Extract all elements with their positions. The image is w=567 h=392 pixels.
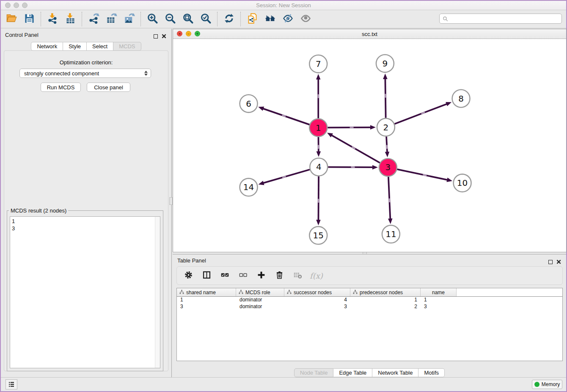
- columns-button[interactable]: [201, 270, 212, 282]
- graph-edge-arrowhead: [446, 178, 452, 182]
- graph-node-label-7: 7: [316, 59, 321, 69]
- table-cell[interactable]: 1: [177, 297, 236, 304]
- export-network-button[interactable]: [86, 12, 101, 26]
- zoom-in-icon: [147, 13, 158, 25]
- optimization-select[interactable]: strongly connected component: [19, 69, 151, 78]
- table-body: 1dominator4113dominator323: [177, 297, 562, 310]
- add-icon: [257, 271, 266, 281]
- export-table-button[interactable]: [104, 12, 118, 26]
- column-header-predecessor-nodes[interactable]: predecessor nodes: [350, 288, 421, 296]
- zoom-selected-button[interactable]: [198, 12, 213, 26]
- trash-button[interactable]: [273, 270, 285, 282]
- tab-mcds[interactable]: MCDS: [113, 42, 141, 51]
- table-cell[interactable]: 1: [421, 297, 457, 304]
- float-table-panel-icon[interactable]: [548, 260, 553, 264]
- graph-edge-3-1[interactable]: [331, 135, 380, 163]
- tab-select[interactable]: Select: [87, 42, 113, 51]
- show-graphics-icon: [300, 13, 311, 25]
- memory-label: Memory: [542, 381, 560, 387]
- float-panel-icon[interactable]: [154, 34, 158, 39]
- search-box[interactable]: [439, 14, 562, 24]
- graph-edge-arrowhead: [388, 218, 393, 224]
- table-row[interactable]: 3dominator323: [177, 304, 562, 310]
- clone-network-button[interactable]: [245, 12, 259, 26]
- open-folder-button[interactable]: [4, 12, 19, 26]
- column-header-successor-nodes[interactable]: successor nodes: [284, 288, 350, 296]
- graph-edge-arrowhead: [259, 181, 264, 185]
- graph-edge-1-2[interactable]: [328, 127, 371, 128]
- graph-edge-arrowhead: [385, 152, 390, 157]
- search-input[interactable]: [450, 14, 561, 23]
- graph-node-label-9: 9: [383, 58, 388, 69]
- table-row[interactable]: 1dominator411: [177, 297, 562, 304]
- zoom-in-button[interactable]: [145, 12, 160, 26]
- tab-network-table[interactable]: Network Table: [372, 368, 418, 377]
- import-table-button[interactable]: [63, 12, 77, 26]
- graph-edge-1-6[interactable]: [263, 108, 310, 124]
- run-mcds-button[interactable]: Run MCDS: [41, 83, 81, 92]
- zoom-out-button[interactable]: [163, 12, 177, 26]
- table-cell[interactable]: 4: [284, 297, 350, 304]
- close-table-panel-icon[interactable]: [556, 258, 561, 266]
- delete-table-icon: [293, 271, 302, 281]
- table-cell[interactable]: 3: [421, 304, 457, 310]
- graph-edge-4-14[interactable]: [263, 169, 310, 183]
- column-header-shared-name[interactable]: shared name: [177, 288, 236, 296]
- graph-edge-4-15[interactable]: [318, 176, 319, 221]
- graph-node-label-1: 1: [316, 123, 321, 133]
- close-panel-icon[interactable]: [162, 33, 166, 40]
- columns-icon: [202, 271, 211, 281]
- tab-network[interactable]: Network: [31, 42, 63, 51]
- column-tree-icon: [287, 290, 294, 295]
- memory-status-icon: [534, 382, 539, 387]
- table-cell[interactable]: 2: [350, 304, 421, 310]
- tab-edge-table[interactable]: Edge Table: [333, 368, 372, 377]
- control-panel-window-icons: [154, 33, 166, 40]
- table-cell[interactable]: dominator: [236, 304, 284, 310]
- tab-node-table[interactable]: Node Table: [294, 368, 334, 377]
- import-network-button[interactable]: [45, 12, 60, 26]
- graph-edge-2-8[interactable]: [394, 104, 447, 124]
- close-panel-button[interactable]: Close panel: [87, 83, 130, 92]
- graph-edge-2-3[interactable]: [386, 137, 387, 153]
- graph-edge-3-11[interactable]: [388, 177, 390, 219]
- control-panel-tabs: NetworkStyleSelectMCDS: [1, 42, 171, 51]
- home-icon: [264, 13, 276, 25]
- clone-network-icon: [247, 13, 258, 25]
- zoom-fit-button[interactable]: [181, 12, 195, 26]
- tab-motifs[interactable]: Motifs: [418, 368, 445, 377]
- panel-splitter-handle[interactable]: [169, 197, 173, 205]
- add-button[interactable]: [255, 270, 267, 282]
- refresh-button[interactable]: [222, 12, 236, 26]
- table-cell[interactable]: 3: [177, 304, 236, 310]
- network-graph: 7968124310141511: [173, 39, 566, 252]
- graph-edge-arrowhead: [370, 125, 376, 130]
- unselect-all-button[interactable]: [237, 270, 249, 282]
- graph-node-label-2: 2: [383, 122, 389, 133]
- export-image-button[interactable]: [122, 12, 136, 26]
- export-network-icon: [88, 13, 99, 25]
- column-header-MCDS-role[interactable]: MCDS role: [236, 288, 284, 296]
- network-canvas[interactable]: 7968124310141511: [173, 39, 566, 252]
- graph-edge-3-10[interactable]: [397, 169, 448, 180]
- select-all-button[interactable]: [219, 270, 231, 282]
- save-button[interactable]: [22, 12, 36, 26]
- hide-graphics-button[interactable]: [281, 12, 295, 26]
- table-cell[interactable]: 3: [284, 304, 350, 310]
- tab-style[interactable]: Style: [63, 42, 87, 51]
- graph-edge-2-9[interactable]: [385, 78, 385, 118]
- task-history-button[interactable]: [6, 379, 17, 389]
- refresh-icon: [223, 13, 235, 25]
- memory-button[interactable]: Memory: [532, 380, 562, 389]
- column-header-name[interactable]: name: [421, 288, 457, 296]
- network-window-titlebar: × − + scc.txt: [173, 29, 566, 39]
- mcds-result-text[interactable]: 1 3: [10, 216, 160, 368]
- save-icon: [24, 13, 35, 25]
- home-button[interactable]: [263, 12, 277, 26]
- gear-button[interactable]: [182, 270, 194, 282]
- table-cell[interactable]: dominator: [236, 297, 284, 304]
- result-scrollbar[interactable]: [155, 217, 160, 368]
- table-cell[interactable]: 1: [350, 297, 421, 304]
- show-graphics-button[interactable]: [298, 12, 313, 26]
- graph-edge-4-3[interactable]: [328, 167, 373, 168]
